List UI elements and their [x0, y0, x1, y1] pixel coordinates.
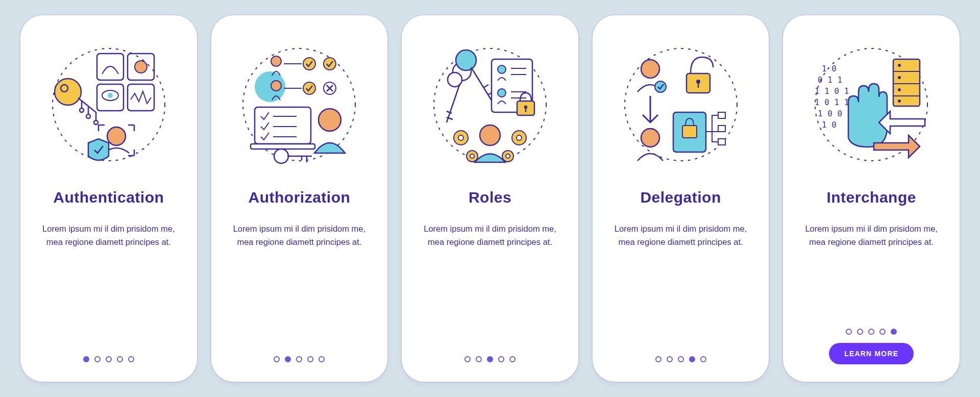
- svg-point-28: [318, 109, 341, 131]
- card-description: Lorem ipsum mi il dim prisidom me, mea r…: [424, 222, 556, 249]
- svg-point-22: [324, 58, 336, 70]
- dot-4[interactable]: [498, 356, 504, 362]
- dot-5[interactable]: [509, 356, 516, 362]
- svg-rect-56: [718, 126, 725, 132]
- dot-1[interactable]: [655, 356, 662, 362]
- svg-text:1 0 1 1: 1 0 1 1: [815, 97, 849, 107]
- svg-point-34: [498, 65, 506, 73]
- svg-point-68: [898, 88, 901, 91]
- svg-text:1 0: 1 0: [822, 120, 837, 130]
- dot-5[interactable]: [318, 356, 325, 362]
- dot-2[interactable]: [94, 356, 101, 362]
- svg-point-69: [898, 100, 901, 103]
- svg-text:1 1 0 1: 1 1 0 1: [815, 86, 849, 96]
- svg-point-21: [303, 58, 315, 70]
- svg-point-23: [303, 82, 315, 94]
- pagination-dots: [274, 356, 325, 362]
- svg-point-20: [271, 81, 281, 91]
- card-description: Lorem ipsum mi il dim prisidom me, mea r…: [615, 222, 747, 249]
- svg-point-40: [458, 135, 463, 140]
- onboarding-card-roles: Roles Lorem ipsum mi il dim prisidom me,…: [402, 15, 578, 382]
- pagination-dots: [655, 356, 706, 362]
- pagination-dots: [464, 356, 516, 362]
- dot-2[interactable]: [476, 356, 482, 362]
- svg-text:0 1 1: 0 1 1: [818, 75, 842, 85]
- svg-point-19: [271, 56, 281, 66]
- dot-5[interactable]: [891, 329, 897, 335]
- pagination-dots: [83, 356, 134, 362]
- svg-point-4: [94, 120, 98, 125]
- svg-point-5: [86, 114, 90, 118]
- dot-2[interactable]: [857, 329, 863, 335]
- svg-point-31: [456, 50, 476, 70]
- svg-point-50: [641, 129, 659, 147]
- onboarding-card-delegation: Delegation Lorem ipsum mi il dim prisido…: [593, 15, 769, 382]
- dot-5[interactable]: [128, 356, 134, 362]
- dot-1[interactable]: [83, 356, 89, 362]
- delegation-icon: [612, 36, 750, 173]
- svg-rect-26: [251, 144, 315, 149]
- onboarding-card-authentication: Authentication Lorem ipsum mi il dim pri…: [20, 15, 197, 382]
- svg-point-48: [641, 60, 659, 78]
- svg-point-38: [480, 125, 500, 145]
- card-title: Roles: [469, 189, 511, 206]
- svg-text:1 0 0: 1 0 0: [818, 109, 842, 118]
- dot-3[interactable]: [678, 356, 684, 362]
- onboarding-card-interchange: 1 0 0 1 1 1 1 0 1 1 0 1 1 1 0 0 1 0 Inte…: [783, 15, 960, 382]
- pagination-dots: [846, 329, 897, 335]
- card-description: Lorem ipsum mi il dim prisidom me, mea r…: [805, 222, 938, 249]
- interchange-icon: 1 0 0 1 1 1 1 0 1 1 0 1 1 1 0 0 1 0: [802, 36, 940, 173]
- card-title: Delegation: [640, 189, 721, 206]
- dot-3[interactable]: [296, 356, 302, 362]
- card-title: Authentication: [53, 189, 164, 206]
- dot-1[interactable]: [274, 356, 280, 362]
- svg-rect-57: [718, 139, 725, 145]
- onboarding-card-authorization: Authorization Lorem ipsum mi il dim pris…: [211, 15, 388, 382]
- roles-icon: [421, 36, 559, 173]
- dot-2[interactable]: [285, 356, 291, 362]
- dot-4[interactable]: [117, 356, 123, 362]
- dot-4[interactable]: [307, 356, 313, 362]
- dot-4[interactable]: [689, 356, 695, 362]
- authentication-icon: [40, 36, 178, 173]
- learn-more-button[interactable]: LEARN MORE: [829, 343, 914, 364]
- svg-point-6: [80, 108, 84, 112]
- dot-1[interactable]: [464, 356, 471, 362]
- svg-rect-55: [718, 112, 725, 118]
- card-title: Authorization: [249, 189, 351, 206]
- svg-point-27: [274, 149, 288, 163]
- svg-text:1 0: 1 0: [822, 64, 837, 73]
- card-description: Lorem ipsum mi il dim prisidom me, mea r…: [233, 222, 365, 249]
- svg-point-46: [506, 154, 510, 158]
- svg-point-49: [655, 81, 666, 92]
- svg-point-13: [108, 93, 113, 98]
- svg-rect-54: [682, 126, 697, 138]
- dot-3[interactable]: [106, 356, 112, 362]
- svg-point-44: [470, 154, 474, 158]
- card-description: Lorem ipsum mi il dim prisidom me, mea r…: [42, 222, 175, 249]
- svg-rect-65: [893, 59, 920, 106]
- dot-3[interactable]: [487, 356, 493, 362]
- svg-point-42: [517, 135, 522, 140]
- card-title: Interchange: [826, 189, 916, 206]
- svg-point-35: [498, 89, 506, 97]
- svg-point-66: [898, 64, 901, 67]
- onboarding-carousel: Authentication Lorem ipsum mi il dim pri…: [20, 15, 960, 382]
- authorization-icon: [230, 36, 368, 173]
- dot-1[interactable]: [846, 329, 852, 335]
- dot-5[interactable]: [700, 356, 706, 362]
- dot-3[interactable]: [868, 329, 874, 335]
- dot-4[interactable]: [879, 329, 886, 335]
- svg-point-67: [898, 76, 901, 79]
- dot-2[interactable]: [667, 356, 673, 362]
